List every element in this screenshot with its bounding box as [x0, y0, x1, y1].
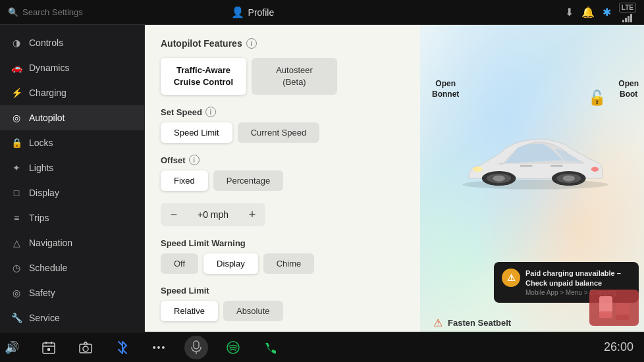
mic-icon[interactable] [184, 336, 208, 359]
sidebar-item-autopilot[interactable]: ◎ Autopilot [0, 105, 144, 130]
svg-rect-11 [599, 296, 612, 313]
phone-icon[interactable] [258, 336, 282, 359]
dynamics-icon: 🚗 [11, 62, 22, 74]
car-svg [450, 124, 621, 203]
lights-icon: ✦ [11, 162, 22, 174]
sidebar-item-charging[interactable]: ⚡ Charging [0, 80, 144, 105]
trips-icon: ≡ [11, 212, 22, 224]
download-icon[interactable]: ⬇ [565, 6, 574, 18]
bluetooth-taskbar-icon[interactable] [111, 336, 134, 359]
sidebar-label-dynamics: Dynamics [29, 63, 69, 73]
svg-rect-22 [194, 341, 199, 349]
seat-diagram [596, 293, 632, 323]
offset-label: Offset i [161, 155, 404, 165]
current-speed-button[interactable]: Current Speed [238, 122, 320, 143]
car-visual [440, 104, 631, 222]
warning-off-button[interactable]: Off [161, 253, 198, 274]
spotify-icon[interactable] [221, 336, 245, 359]
profile-section[interactable]: 👤 Profile [231, 6, 275, 18]
taskbar: 🔊 ••• [0, 332, 644, 362]
sidebar-item-lights[interactable]: ✦ Lights [0, 155, 144, 180]
main-layout: ◑ Controls 🚗 Dynamics ⚡ Charging ◎ Autop… [0, 25, 644, 362]
open-boot-label[interactable]: OpenBoot [618, 79, 639, 99]
sidebar-item-safety[interactable]: ◎ Safety [0, 280, 144, 305]
calendar-icon[interactable] [37, 336, 61, 359]
percentage-button[interactable]: Percentage [213, 170, 284, 191]
offset-minus-button[interactable]: − [161, 203, 187, 226]
features-info-icon[interactable]: i [246, 38, 257, 49]
relative-button[interactable]: Relative [161, 301, 218, 321]
bell-icon[interactable]: 🔔 [581, 6, 595, 18]
offset-type-group: Fixed Percentage [161, 170, 404, 191]
camera-icon[interactable] [74, 336, 97, 359]
signal-bars [622, 13, 632, 22]
sidebar-label-safety: Safety [29, 288, 55, 298]
set-speed-label: Set Speed i [161, 107, 404, 117]
sidebar-item-trips[interactable]: ≡ Trips [0, 205, 144, 230]
sidebar-item-navigation[interactable]: △ Navigation [0, 230, 144, 255]
speed-limit-button[interactable]: Speed Limit [161, 122, 232, 143]
sidebar-item-service[interactable]: 🔧 Service [0, 305, 144, 330]
set-speed-info-icon[interactable]: i [205, 107, 216, 117]
warning-icon: ⚠ [502, 269, 520, 287]
top-bar: 🔍 Search Settings 👤 Profile ⬇ 🔔 ✱ LTE [0, 0, 644, 25]
sidebar-item-controls[interactable]: ◑ Controls [0, 30, 144, 55]
svg-rect-14 [616, 315, 629, 320]
sidebar-item-display[interactable]: □ Display [0, 180, 144, 205]
controls-icon: ◑ [11, 37, 22, 49]
volume-icon[interactable]: 🔊 [0, 336, 24, 359]
sidebar-item-locks[interactable]: 🔒 Locks [0, 130, 144, 155]
offset-plus-button[interactable]: + [239, 203, 265, 226]
open-bonnet-label[interactable]: OpenBonnet [432, 79, 459, 99]
schedule-icon: ◷ [11, 262, 22, 274]
set-speed-group: Speed Limit Current Speed [161, 122, 404, 143]
sidebar-label-schedule: Schedule [29, 263, 67, 273]
svg-rect-12 [599, 311, 612, 318]
sidebar-label-display: Display [29, 188, 59, 198]
fixed-button[interactable]: Fixed [161, 170, 208, 191]
sidebar-label-trips: Trips [29, 213, 49, 223]
sidebar-label-service: Service [29, 313, 60, 323]
warning-title: Paid charging unavailable – Check unpaid… [525, 269, 631, 288]
seatbelt-icon: ⚠ [433, 317, 443, 329]
profile-label: Profile [248, 7, 275, 18]
absolute-button[interactable]: Absolute [223, 301, 283, 321]
offset-control: − +0 mph + [161, 203, 265, 226]
locks-icon: 🔒 [11, 137, 22, 149]
car-panel: OpenBonnet OpenBoot 🔓 [420, 25, 644, 362]
speed-limit-group: Relative Absolute [161, 301, 404, 321]
top-icons: ⬇ 🔔 ✱ LTE [565, 3, 636, 22]
warning-display-button[interactable]: Display [203, 253, 258, 274]
more-icon[interactable]: ••• [148, 336, 171, 359]
navigation-icon: △ [11, 237, 22, 249]
autopilot-features-title: Autopilot Features i [161, 38, 404, 49]
search-area[interactable]: 🔍 Search Settings [8, 7, 83, 17]
sidebar: ◑ Controls 🚗 Dynamics ⚡ Charging ◎ Autop… [0, 25, 145, 362]
display-icon: □ [11, 187, 22, 199]
svg-point-3 [493, 175, 504, 181]
autopilot-icon: ◎ [11, 112, 22, 124]
svg-point-6 [563, 175, 575, 181]
speed-limit-warning-label: Speed Limit Warning [161, 238, 404, 248]
sidebar-item-schedule[interactable]: ◷ Schedule [0, 255, 144, 280]
warning-options-group: Off Display Chime [161, 253, 404, 274]
warning-chime-button[interactable]: Chime [263, 253, 315, 274]
offset-info-icon[interactable]: i [189, 155, 200, 165]
seat-graphic [589, 290, 639, 326]
sidebar-item-dynamics[interactable]: 🚗 Dynamics [0, 55, 144, 80]
svg-point-21 [83, 346, 88, 351]
search-icon: 🔍 [8, 7, 18, 17]
sidebar-label-controls: Controls [29, 38, 63, 48]
traffic-cruise-button[interactable]: Traffic-Aware Cruise Control [161, 58, 246, 95]
autosteer-button[interactable]: Autosteer (Beta) [252, 58, 337, 95]
svg-rect-19 [47, 348, 50, 351]
sidebar-label-charging: Charging [29, 88, 67, 98]
charging-icon: ⚡ [11, 87, 22, 99]
lte-badge: LTE [619, 3, 636, 13]
profile-icon: 👤 [231, 6, 244, 18]
svg-point-10 [591, 167, 599, 172]
autopilot-content: Autopilot Features i Traffic-Aware Cruis… [145, 25, 420, 362]
svg-rect-7 [520, 165, 532, 167]
sidebar-label-navigation: Navigation [29, 238, 72, 248]
bluetooth-icon[interactable]: ✱ [603, 6, 611, 18]
